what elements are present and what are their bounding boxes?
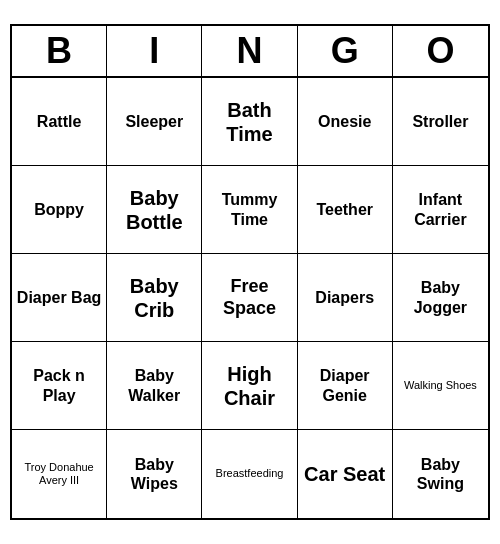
bingo-cell: Diaper Bag	[12, 254, 107, 342]
bingo-card: B I N G O RattleSleeperBath TimeOnesieSt…	[10, 24, 490, 520]
bingo-cell: Infant Carrier	[393, 166, 488, 254]
bingo-cell: Troy Donahue Avery III	[12, 430, 107, 518]
bingo-cell: Diapers	[298, 254, 393, 342]
header-b: B	[12, 26, 107, 76]
bingo-cell: Breastfeeding	[202, 430, 297, 518]
bingo-cell: Onesie	[298, 78, 393, 166]
bingo-cell: Sleeper	[107, 78, 202, 166]
bingo-cell: Walking Shoes	[393, 342, 488, 430]
bingo-cell: Car Seat	[298, 430, 393, 518]
bingo-cell: Tummy Time	[202, 166, 297, 254]
bingo-header: B I N G O	[12, 26, 488, 78]
bingo-cell: Baby Swing	[393, 430, 488, 518]
bingo-cell: Baby Bottle	[107, 166, 202, 254]
bingo-cell: Free Space	[202, 254, 297, 342]
bingo-grid: RattleSleeperBath TimeOnesieStrollerBopp…	[12, 78, 488, 518]
bingo-cell: Rattle	[12, 78, 107, 166]
header-i: I	[107, 26, 202, 76]
bingo-cell: Diaper Genie	[298, 342, 393, 430]
bingo-cell: Baby Jogger	[393, 254, 488, 342]
bingo-cell: Boppy	[12, 166, 107, 254]
bingo-cell: Stroller	[393, 78, 488, 166]
bingo-cell: High Chair	[202, 342, 297, 430]
bingo-cell: Baby Walker	[107, 342, 202, 430]
bingo-cell: Teether	[298, 166, 393, 254]
header-n: N	[202, 26, 297, 76]
bingo-cell: Baby Wipes	[107, 430, 202, 518]
bingo-cell: Baby Crib	[107, 254, 202, 342]
header-o: O	[393, 26, 488, 76]
header-g: G	[298, 26, 393, 76]
bingo-cell: Bath Time	[202, 78, 297, 166]
bingo-cell: Pack n Play	[12, 342, 107, 430]
